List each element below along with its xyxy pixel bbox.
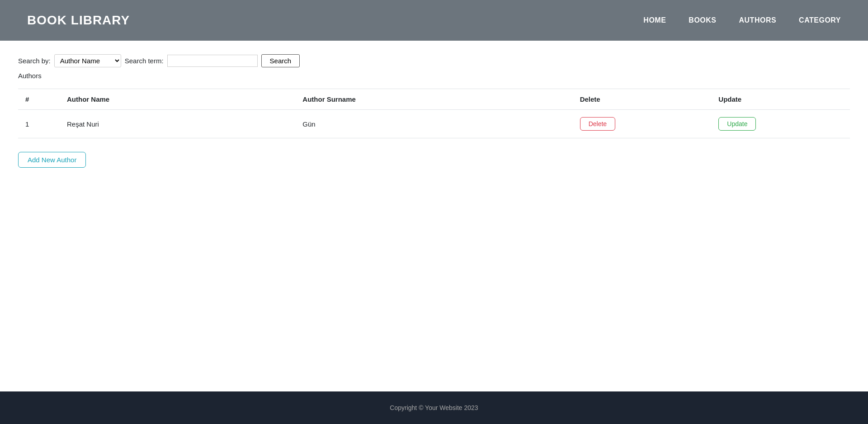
- navbar-link-home[interactable]: HOME: [643, 16, 666, 24]
- col-header-hash: #: [18, 89, 60, 110]
- col-header-author-name: Author Name: [60, 89, 295, 110]
- col-header-update: Update: [711, 89, 850, 110]
- navbar-link-authors[interactable]: AUTHORS: [739, 16, 777, 24]
- add-new-author-button[interactable]: Add New Author: [18, 152, 86, 168]
- search-bar: Search by: Author NameAuthor Surname Sea…: [18, 54, 850, 67]
- delete-button[interactable]: Delete: [580, 117, 615, 131]
- navbar: BOOK LIBRARY HOMEBOOKSAUTHORSCATEGORY: [0, 0, 868, 41]
- row-author-surname: Gün: [295, 110, 572, 138]
- row-delete-cell: Delete: [573, 110, 712, 138]
- page-subtitle: Authors: [18, 72, 850, 80]
- table-body: 1Reşat NuriGünDeleteUpdate: [18, 110, 850, 138]
- table-row: 1Reşat NuriGünDeleteUpdate: [18, 110, 850, 138]
- search-term-input[interactable]: [167, 55, 258, 67]
- navbar-link-books[interactable]: BOOKS: [689, 16, 716, 24]
- col-header-author-surname: Author Surname: [295, 89, 572, 110]
- authors-table: # Author Name Author Surname Delete Upda…: [18, 89, 850, 138]
- table-header: # Author Name Author Surname Delete Upda…: [18, 89, 850, 110]
- footer-copyright: Copyright © Your Website 2023: [390, 404, 478, 411]
- navbar-links: HOMEBOOKSAUTHORSCATEGORY: [643, 16, 841, 24]
- footer: Copyright © Your Website 2023: [0, 391, 868, 424]
- navbar-brand[interactable]: BOOK LIBRARY: [27, 13, 130, 28]
- col-header-delete: Delete: [573, 89, 712, 110]
- search-term-label: Search term:: [125, 57, 164, 65]
- search-button[interactable]: Search: [261, 54, 300, 67]
- row-index: 1: [18, 110, 60, 138]
- row-update-cell: Update: [711, 110, 850, 138]
- search-by-select[interactable]: Author NameAuthor Surname: [54, 54, 121, 67]
- search-by-label: Search by:: [18, 57, 51, 65]
- navbar-link-category[interactable]: CATEGORY: [799, 16, 841, 24]
- update-button[interactable]: Update: [718, 117, 756, 131]
- main-content: Search by: Author NameAuthor Surname Sea…: [0, 41, 868, 391]
- row-author-name: Reşat Nuri: [60, 110, 295, 138]
